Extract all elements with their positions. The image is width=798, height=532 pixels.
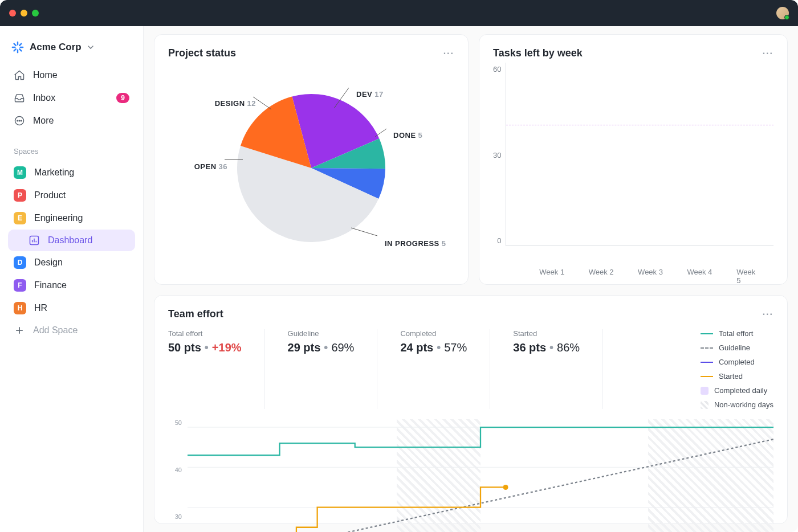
sidebar: Acme Corp Home Inbox 9 More Spaces MMark… — [0, 26, 144, 532]
space-icon: M — [14, 166, 26, 179]
pie-label-design: DESIGN12 — [215, 99, 256, 108]
svg-line-20 — [351, 228, 377, 236]
space-icon: P — [14, 189, 26, 202]
svg-point-11 — [21, 120, 22, 121]
svg-line-6 — [14, 49, 16, 51]
nav-inbox-label: Inbox — [33, 93, 55, 103]
svg-line-4 — [14, 44, 16, 46]
add-space-label: Add Space — [33, 325, 78, 335]
tasks-left-chart: 60300 Week 1Week 2Week 3Week 4Week 5 — [493, 63, 773, 268]
space-child-dashboard[interactable]: Dashboard — [8, 230, 135, 251]
nav-home[interactable]: Home — [8, 64, 135, 87]
nav-inbox[interactable]: Inbox 9 — [8, 87, 135, 109]
svg-line-19 — [375, 129, 386, 137]
inbox-badge: 9 — [116, 93, 129, 103]
nav-more[interactable]: More — [8, 109, 135, 132]
user-avatar[interactable] — [776, 7, 789, 19]
space-label: Product — [34, 190, 66, 200]
space-label: HR — [34, 303, 47, 313]
svg-point-27 — [503, 485, 508, 490]
workspace-logo-icon — [11, 41, 24, 54]
more-icon — [14, 115, 25, 126]
spaces-section-label: Spaces — [8, 132, 135, 161]
minimize-window-dot[interactable] — [21, 10, 27, 17]
chevron-down-icon — [87, 44, 94, 51]
team-effort-card: Team effort ··· Total effort 50 pts•+19%… — [154, 295, 788, 524]
nav-more-label: More — [33, 116, 54, 126]
tasks-left-more[interactable]: ··· — [763, 48, 773, 59]
pie-label-open: OPEN36 — [194, 162, 227, 171]
stat-total-effort: Total effort 50 pts•+19% — [168, 329, 265, 409]
space-label: Engineering — [34, 213, 83, 223]
space-child-label: Dashboard — [48, 235, 92, 245]
pie-label-in-progress: IN PROGRESS5 — [385, 239, 446, 248]
space-marketing[interactable]: MMarketing — [8, 161, 135, 184]
space-label: Design — [34, 257, 63, 268]
svg-line-7 — [19, 44, 21, 46]
tasks-left-card: Tasks left by week ··· 60300 Week 1Week … — [479, 34, 788, 285]
space-engineering[interactable]: EEngineering — [8, 207, 135, 230]
tasks-left-title: Tasks left by week — [493, 47, 583, 59]
nav-home-label: Home — [33, 70, 58, 80]
space-product[interactable]: PProduct — [8, 184, 135, 207]
space-finance[interactable]: FFinance — [8, 274, 135, 297]
stat-completed: Completed 24 pts•57% — [400, 329, 490, 409]
team-effort-more[interactable]: ··· — [763, 309, 773, 320]
space-label: Marketing — [34, 167, 74, 178]
svg-point-9 — [17, 120, 18, 121]
workspace-switcher[interactable]: Acme Corp — [8, 39, 135, 64]
stat-guideline: Guideline 29 pts•69% — [288, 329, 378, 409]
svg-line-5 — [19, 49, 21, 51]
stat-started: Started 36 pts•86% — [513, 329, 603, 409]
team-effort-chart: 50403020 — [168, 419, 773, 532]
svg-point-10 — [19, 120, 20, 121]
project-status-chart: DEV17DONE5IN PROGRESS5OPEN36DESIGN12 — [168, 63, 454, 273]
traffic-lights — [9, 10, 39, 17]
inbox-icon — [14, 92, 25, 104]
space-hr[interactable]: HHR — [8, 297, 135, 320]
space-label: Finance — [34, 280, 67, 290]
pie-label-dev: DEV17 — [356, 90, 384, 99]
team-effort-legend: Total effort Guideline Completed Started… — [701, 329, 773, 409]
team-effort-title: Team effort — [168, 308, 223, 320]
team-effort-stats: Total effort 50 pts•+19% Guideline 29 pt… — [168, 329, 773, 409]
workspace-name: Acme Corp — [30, 42, 82, 53]
window-titlebar — [0, 0, 798, 26]
plus-icon — [14, 325, 25, 336]
close-window-dot[interactable] — [9, 10, 16, 17]
space-icon: F — [14, 279, 26, 292]
home-icon — [14, 69, 25, 81]
add-space-button[interactable]: Add Space — [8, 320, 135, 341]
space-design[interactable]: DDesign — [8, 251, 135, 274]
space-icon: H — [14, 302, 26, 314]
space-icon: D — [14, 256, 26, 269]
maximize-window-dot[interactable] — [32, 10, 39, 17]
space-icon: E — [14, 212, 26, 224]
main-content: Project status ··· DEV17DONE5IN PROGRESS… — [144, 26, 798, 532]
project-status-card: Project status ··· DEV17DONE5IN PROGRESS… — [154, 34, 469, 285]
pie-label-done: DONE5 — [393, 131, 422, 140]
dashboard-icon — [28, 235, 40, 246]
